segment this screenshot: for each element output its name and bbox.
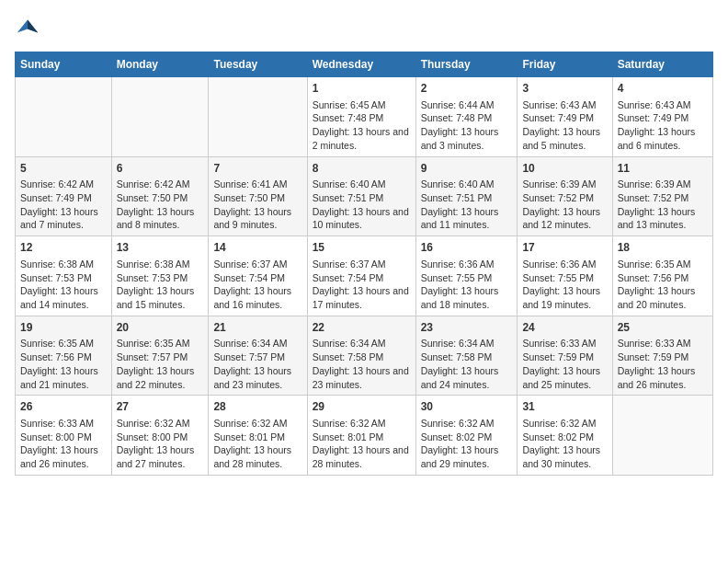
calendar-cell: 11Sunrise: 6:39 AMSunset: 7:52 PMDayligh… bbox=[612, 156, 712, 236]
calendar-cell: 26Sunrise: 6:33 AMSunset: 8:00 PMDayligh… bbox=[16, 396, 112, 476]
calendar-cell: 15Sunrise: 6:37 AMSunset: 7:54 PMDayligh… bbox=[307, 236, 415, 316]
calendar-cell: 12Sunrise: 6:38 AMSunset: 7:53 PMDayligh… bbox=[16, 236, 112, 316]
day-number: 22 bbox=[313, 320, 411, 336]
calendar-cell: 23Sunrise: 6:34 AMSunset: 7:58 PMDayligh… bbox=[415, 316, 518, 396]
calendar-cell: 9Sunrise: 6:40 AMSunset: 7:51 PMDaylight… bbox=[415, 156, 518, 236]
calendar-cell bbox=[209, 77, 307, 157]
day-number: 31 bbox=[522, 399, 607, 415]
day-number: 14 bbox=[213, 240, 301, 256]
calendar-cell: 17Sunrise: 6:36 AMSunset: 7:55 PMDayligh… bbox=[518, 236, 612, 316]
day-number: 12 bbox=[20, 240, 107, 256]
calendar-cell bbox=[111, 77, 209, 157]
day-number: 25 bbox=[618, 320, 708, 336]
day-number: 10 bbox=[522, 161, 607, 177]
day-number: 28 bbox=[213, 399, 301, 415]
day-number: 1 bbox=[313, 81, 411, 97]
day-of-week-header: Thursday bbox=[415, 52, 518, 77]
calendar-cell: 24Sunrise: 6:33 AMSunset: 7:59 PMDayligh… bbox=[518, 316, 612, 396]
calendar-cell: 19Sunrise: 6:35 AMSunset: 7:56 PMDayligh… bbox=[16, 316, 112, 396]
calendar-cell: 1Sunrise: 6:45 AMSunset: 7:48 PMDaylight… bbox=[307, 77, 415, 157]
calendar-cell bbox=[612, 396, 712, 476]
day-number: 6 bbox=[117, 161, 204, 177]
day-number: 8 bbox=[313, 161, 411, 177]
calendar-cell bbox=[16, 77, 112, 157]
day-number: 26 bbox=[20, 399, 107, 415]
calendar-cell: 3Sunrise: 6:43 AMSunset: 7:49 PMDaylight… bbox=[518, 77, 612, 157]
calendar-cell: 18Sunrise: 6:35 AMSunset: 7:56 PMDayligh… bbox=[612, 236, 712, 316]
day-number: 9 bbox=[421, 161, 513, 177]
calendar-cell: 6Sunrise: 6:42 AMSunset: 7:50 PMDaylight… bbox=[111, 156, 209, 236]
calendar-cell: 27Sunrise: 6:32 AMSunset: 8:00 PMDayligh… bbox=[111, 396, 209, 476]
calendar-cell: 30Sunrise: 6:32 AMSunset: 8:02 PMDayligh… bbox=[415, 396, 518, 476]
day-number: 23 bbox=[421, 320, 513, 336]
calendar-cell: 31Sunrise: 6:32 AMSunset: 8:02 PMDayligh… bbox=[518, 396, 612, 476]
day-number: 15 bbox=[313, 240, 411, 256]
day-number: 21 bbox=[213, 320, 301, 336]
day-number: 3 bbox=[522, 81, 607, 97]
calendar-cell: 4Sunrise: 6:43 AMSunset: 7:49 PMDaylight… bbox=[612, 77, 712, 157]
calendar-cell: 22Sunrise: 6:34 AMSunset: 7:58 PMDayligh… bbox=[307, 316, 415, 396]
day-number: 18 bbox=[618, 240, 708, 256]
day-number: 17 bbox=[522, 240, 607, 256]
day-of-week-header: Saturday bbox=[612, 52, 712, 77]
day-number: 13 bbox=[117, 240, 204, 256]
day-number: 19 bbox=[20, 320, 107, 336]
day-number: 7 bbox=[213, 161, 301, 177]
calendar-cell: 25Sunrise: 6:33 AMSunset: 7:59 PMDayligh… bbox=[612, 316, 712, 396]
svg-marker-1 bbox=[28, 20, 38, 33]
logo bbox=[15, 15, 44, 40]
day-of-week-header: Sunday bbox=[16, 52, 112, 77]
day-number: 24 bbox=[522, 320, 607, 336]
calendar-cell: 2Sunrise: 6:44 AMSunset: 7:48 PMDaylight… bbox=[415, 77, 518, 157]
day-number: 29 bbox=[313, 399, 411, 415]
day-of-week-header: Tuesday bbox=[209, 52, 307, 77]
calendar-cell: 7Sunrise: 6:41 AMSunset: 7:50 PMDaylight… bbox=[209, 156, 307, 236]
day-number: 30 bbox=[421, 399, 513, 415]
day-of-week-header: Wednesday bbox=[307, 52, 415, 77]
day-number: 20 bbox=[117, 320, 204, 336]
calendar-cell: 14Sunrise: 6:37 AMSunset: 7:54 PMDayligh… bbox=[209, 236, 307, 316]
day-of-week-header: Monday bbox=[111, 52, 209, 77]
day-number: 4 bbox=[618, 81, 708, 97]
page-header bbox=[15, 15, 713, 40]
day-number: 5 bbox=[20, 161, 107, 177]
calendar-cell: 5Sunrise: 6:42 AMSunset: 7:49 PMDaylight… bbox=[16, 156, 112, 236]
day-number: 11 bbox=[618, 161, 708, 177]
day-number: 27 bbox=[117, 399, 204, 415]
calendar-cell: 20Sunrise: 6:35 AMSunset: 7:57 PMDayligh… bbox=[111, 316, 209, 396]
calendar-cell: 16Sunrise: 6:36 AMSunset: 7:55 PMDayligh… bbox=[415, 236, 518, 316]
calendar-cell: 28Sunrise: 6:32 AMSunset: 8:01 PMDayligh… bbox=[209, 396, 307, 476]
calendar-cell: 29Sunrise: 6:32 AMSunset: 8:01 PMDayligh… bbox=[307, 396, 415, 476]
day-of-week-header: Friday bbox=[518, 52, 612, 77]
day-number: 16 bbox=[421, 240, 513, 256]
calendar-cell: 21Sunrise: 6:34 AMSunset: 7:57 PMDayligh… bbox=[209, 316, 307, 396]
calendar-cell: 13Sunrise: 6:38 AMSunset: 7:53 PMDayligh… bbox=[111, 236, 209, 316]
day-number: 2 bbox=[421, 81, 513, 97]
calendar-cell: 8Sunrise: 6:40 AMSunset: 7:51 PMDaylight… bbox=[307, 156, 415, 236]
calendar-cell: 10Sunrise: 6:39 AMSunset: 7:52 PMDayligh… bbox=[518, 156, 612, 236]
calendar-table: SundayMondayTuesdayWednesdayThursdayFrid… bbox=[15, 52, 713, 476]
logo-icon bbox=[15, 15, 40, 40]
